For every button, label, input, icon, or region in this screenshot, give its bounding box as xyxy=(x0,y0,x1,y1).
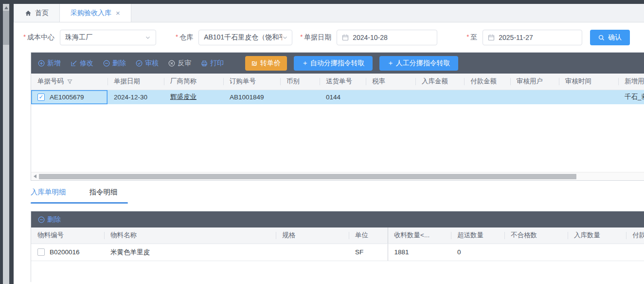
col-vendor[interactable]: 厂商简称 xyxy=(164,74,223,90)
detail-header-row: 物料编号 物料名称 规格 单位 收料数量<... 超送数量 不合格数 入库数量 … xyxy=(31,227,644,244)
required-marker: * xyxy=(300,33,303,40)
col-pay-amount[interactable]: 付款金额 xyxy=(464,74,510,90)
calendar-icon xyxy=(342,34,349,41)
col-material-name[interactable]: 物料名称 xyxy=(104,227,276,244)
material-name-cell[interactable]: 米黄色羊里皮 xyxy=(104,244,276,261)
audit-button[interactable]: 审核 xyxy=(136,59,159,68)
spec-cell[interactable] xyxy=(276,244,349,261)
print-button[interactable]: 打印 xyxy=(201,59,224,68)
date-from-label: *单据日期 xyxy=(300,33,331,42)
warehouse-label: *仓库 xyxy=(176,33,193,42)
auto-transfer-button[interactable]: ＋ 自动分挪指令转取 xyxy=(294,56,373,71)
col-doc-date[interactable]: 单据日期 xyxy=(107,74,164,90)
calendar-icon xyxy=(488,34,495,41)
horizontal-scrollbar[interactable] xyxy=(31,172,644,180)
col-over-qty[interactable]: 超送数量 xyxy=(451,227,504,244)
scroll-left-arrow-icon[interactable] xyxy=(34,174,36,178)
tab-purchase-receipt[interactable]: 采购验收入库 × xyxy=(60,4,131,22)
col-audit-user[interactable]: 审核用户 xyxy=(510,74,559,90)
documents-toolbar: 新增 修改 删除 审核 反审 打印 ₪ xyxy=(31,53,644,74)
minus-circle-icon xyxy=(103,60,110,67)
doc-date-cell[interactable]: 2024-12-30 xyxy=(107,90,164,104)
audit-time-cell[interactable] xyxy=(559,90,618,104)
doc-no-cell[interactable]: ✓ AE1005679 xyxy=(31,90,107,104)
scroll-up-arrow-icon[interactable] xyxy=(4,6,8,9)
col-in-amount[interactable]: 入库金额 xyxy=(415,74,464,90)
tab-instruction-detail[interactable]: 指令明细 xyxy=(89,188,118,197)
pay-qty-cell[interactable] xyxy=(626,244,644,261)
col-audit-time[interactable]: 审核时间 xyxy=(559,74,618,90)
filter-funnel-icon[interactable] xyxy=(67,79,72,84)
documents-table: 单据号码 单据日期 厂商简称 订购单号 币别 送货单号 税率 入库金额 付款金额… xyxy=(31,74,644,104)
currency-cell[interactable] xyxy=(280,90,320,104)
received-qty-cell[interactable]: 1881 xyxy=(388,244,451,261)
required-marker: * xyxy=(23,33,26,40)
col-tax-rate[interactable]: 税率 xyxy=(366,74,415,90)
home-icon xyxy=(25,10,32,17)
manual-transfer-button[interactable]: ＋ 人工分挪指令转取 xyxy=(379,56,458,71)
required-marker: * xyxy=(466,33,469,40)
over-qty-cell[interactable]: 0 xyxy=(451,244,504,261)
check-circle-icon xyxy=(136,60,143,67)
audit-user-cell[interactable] xyxy=(510,90,559,104)
col-order-no[interactable]: 订购单号 xyxy=(223,74,280,90)
col-create-user[interactable]: 新增用户 xyxy=(618,74,644,90)
shekel-icon: ₪ xyxy=(251,59,257,67)
pay-amount-cell[interactable] xyxy=(464,90,510,104)
date-to-label: *至 xyxy=(466,33,477,42)
detail-toolbar: 删除 xyxy=(31,211,644,227)
vertical-scrollbar[interactable] xyxy=(3,4,9,284)
col-in-qty[interactable]: 入库数量 xyxy=(568,227,626,244)
col-received-qty[interactable]: 收料数量<... xyxy=(388,227,451,244)
table-row[interactable]: B0200016 米黄色羊里皮 SF 1881 0 xyxy=(31,244,644,261)
warehouse-value: AB101千石里皮仓（饶和平 xyxy=(204,33,282,42)
minus-circle-icon xyxy=(38,216,45,223)
in-qty-cell[interactable] xyxy=(568,244,626,261)
search-icon xyxy=(598,35,605,41)
vendor-cell[interactable]: 辉盛皮业 xyxy=(164,90,223,104)
col-spec[interactable]: 规格 xyxy=(276,227,349,244)
reject-qty-cell[interactable] xyxy=(504,244,568,261)
material-no-cell[interactable]: B0200016 xyxy=(31,244,104,261)
add-button[interactable]: 新增 xyxy=(38,59,61,68)
plus-circle-icon xyxy=(38,60,45,67)
order-no-cell[interactable]: AB1001849 xyxy=(223,90,280,104)
grid-empty-area xyxy=(31,104,644,172)
col-delivery-no[interactable]: 送货单号 xyxy=(320,74,366,90)
detail-grid-panel: 删除 物料编号 物料名称 规格 单位 收料数量<... 超送数量 不合格数 入库… xyxy=(31,211,644,282)
close-tab-icon[interactable]: × xyxy=(116,9,120,17)
cost-center-select[interactable]: 珠海工厂 xyxy=(60,30,156,45)
documents-header-row: 单据号码 单据日期 厂商简称 订购单号 币别 送货单号 税率 入库金额 付款金额… xyxy=(31,74,644,90)
tab-entry-detail[interactable]: 入库单明细 xyxy=(31,188,66,197)
col-pay-qty[interactable]: 付款数量 xyxy=(626,227,644,244)
col-doc-no[interactable]: 单据号码 xyxy=(31,74,107,90)
col-unit[interactable]: 单位 xyxy=(349,227,388,244)
horizontal-scrollbar-thumb[interactable] xyxy=(39,174,576,179)
convert-price-button[interactable]: ₪ 转单价 xyxy=(245,56,287,71)
in-amount-cell[interactable] xyxy=(415,90,464,104)
delivery-no-cell[interactable]: 0144 xyxy=(320,90,366,104)
edit-button[interactable]: 修改 xyxy=(71,59,93,68)
col-currency[interactable]: 币别 xyxy=(280,74,320,90)
col-reject-qty[interactable]: 不合格数 xyxy=(504,227,568,244)
date-to-input[interactable]: 2025-11-27 xyxy=(483,30,582,45)
table-row[interactable]: ✓ AE1005679 2024-12-30 辉盛皮业 AB1001849 01… xyxy=(31,90,644,104)
detail-delete-button[interactable]: 删除 xyxy=(38,215,61,224)
unit-cell[interactable]: SF xyxy=(349,244,388,261)
date-from-input[interactable]: 2024-10-28 xyxy=(337,30,437,45)
required-marker: * xyxy=(176,33,178,40)
vertical-scrollbar-thumb[interactable] xyxy=(3,11,9,45)
confirm-button-label: 确认 xyxy=(608,33,622,42)
unaudit-button[interactable]: 反审 xyxy=(168,59,191,68)
confirm-button[interactable]: 确认 xyxy=(590,30,630,45)
col-material-no[interactable]: 物料编号 xyxy=(31,227,104,244)
tax-rate-cell[interactable] xyxy=(366,90,415,104)
create-user-cell[interactable]: 千石_蒋艳琴 xyxy=(618,90,644,104)
row-checkbox-checked[interactable]: ✓ xyxy=(37,94,45,101)
printer-icon xyxy=(201,60,208,67)
window-top-bar xyxy=(0,0,644,4)
tab-home[interactable]: 首页 xyxy=(14,4,60,22)
delete-button[interactable]: 删除 xyxy=(103,59,126,68)
row-checkbox-unchecked[interactable] xyxy=(37,248,45,256)
warehouse-select[interactable]: AB101千石里皮仓（饶和平 xyxy=(198,30,292,45)
